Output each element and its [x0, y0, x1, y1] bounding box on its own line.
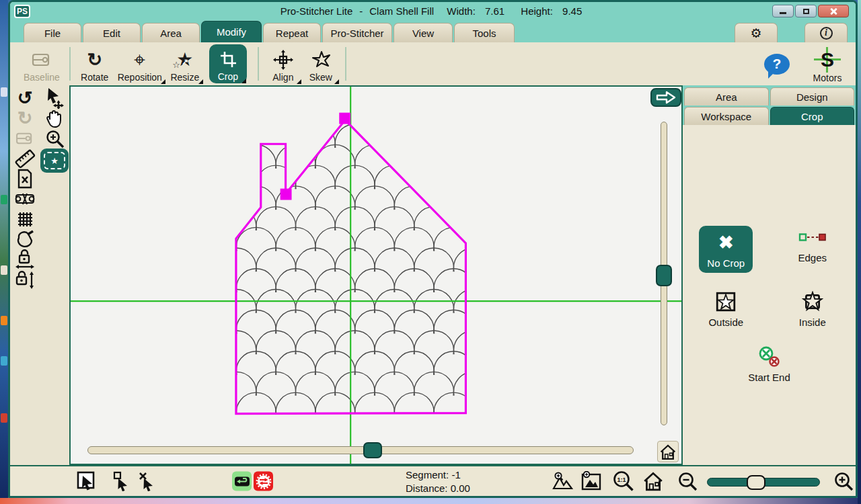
start-end-icon [757, 345, 781, 368]
delete-design-button[interactable] [11, 169, 38, 189]
horizontal-pan-track[interactable] [87, 446, 634, 454]
canvas-home-button[interactable] [657, 441, 679, 462]
select-region-button[interactable]: ★ [40, 149, 69, 173]
motors-icon: S [814, 47, 841, 73]
titlebar[interactable]: PS Pro-Stitcher Lite-Clam Shell Fill Wid… [10, 2, 856, 20]
hand-icon [46, 108, 63, 128]
maximize-button[interactable] [795, 5, 817, 17]
zoom-image-button[interactable] [581, 471, 602, 491]
baseline-button[interactable]: Baseline [20, 44, 64, 84]
tab-workspace-panel[interactable]: Workspace [684, 107, 769, 125]
dropdown-corner-icon [334, 79, 339, 84]
reposition-button[interactable]: ⌖ Reposition [114, 44, 166, 84]
motors-button[interactable]: S Motors [809, 44, 846, 83]
horizontal-pan-slider[interactable] [87, 442, 634, 458]
no-crop-icon: ✖ [718, 231, 734, 254]
skew-button[interactable]: Skew [302, 44, 340, 84]
inside-icon [802, 290, 823, 313]
deselect-button[interactable] [138, 471, 157, 491]
redo-icon: ↻ [17, 110, 33, 128]
rotate-icon: ↻ [87, 48, 102, 71]
desktop-edge-bottom [0, 498, 861, 504]
crop-start-end-button[interactable]: Start End [748, 345, 790, 383]
zoom-tool-button[interactable] [41, 128, 68, 149]
lock-width-button[interactable] [11, 249, 38, 269]
vertical-pan-thumb[interactable] [656, 265, 672, 286]
help-button[interactable]: ? [764, 54, 790, 75]
tab-edit[interactable]: Edit [83, 23, 141, 42]
tab-info[interactable]: i [804, 23, 848, 42]
design-canvas[interactable] [69, 85, 683, 465]
left-tool-strip: ↺ ↻ [10, 85, 69, 465]
redo-button[interactable]: ↻ [11, 108, 38, 128]
tab-pro-stitcher[interactable]: Pro-Stitcher [322, 23, 392, 42]
menu-tab-bar: File Edit Area Modify Repeat Pro-Stitche… [10, 20, 856, 42]
tab-area[interactable]: Area [142, 23, 200, 42]
undo-button[interactable]: ↺ [11, 88, 38, 108]
no-crop-button[interactable]: ✖ No Crop [699, 226, 753, 273]
stitch-icon [232, 472, 252, 491]
gear-icon: ⚙ [750, 26, 761, 41]
zoom-slider-thumb[interactable] [747, 475, 765, 490]
deselect-icon [138, 471, 157, 491]
pan-button[interactable] [41, 108, 68, 128]
dropdown-corner-icon [161, 79, 165, 84]
minimize-icon [780, 12, 786, 14]
distance-value: 0.00 [451, 482, 470, 494]
regulation-icon [254, 472, 273, 491]
resize-button[interactable]: ★↗☆ Resize [166, 44, 204, 84]
tab-area-panel[interactable]: Area [684, 87, 769, 106]
align-button[interactable]: Align [264, 44, 302, 84]
home-view-button[interactable] [642, 471, 664, 491]
zoom-in-button[interactable] [833, 471, 854, 491]
select-move-button[interactable] [41, 88, 68, 108]
rotate-button[interactable]: ↻ Rotate [76, 44, 114, 84]
zoom-design-button[interactable] [552, 471, 574, 491]
sweep-button[interactable] [11, 229, 38, 249]
dropdown-corner-icon [297, 79, 301, 84]
crop-button[interactable]: Crop [209, 44, 247, 83]
home-icon [642, 471, 664, 491]
home-icon [659, 444, 677, 460]
tab-tools[interactable]: Tools [454, 23, 515, 42]
tab-design-panel[interactable]: Design [770, 87, 855, 106]
tab-modify[interactable]: Modify [201, 21, 262, 42]
zoom-design-icon [552, 471, 574, 491]
desktop-icon [1, 87, 7, 97]
panel-collapse-button[interactable] [650, 88, 681, 107]
zoom-slider[interactable] [707, 478, 820, 487]
tab-crop-panel[interactable]: Crop [770, 107, 855, 125]
crop-icon [219, 48, 237, 71]
regulation-button[interactable] [254, 472, 273, 491]
zoom-image-icon [581, 471, 602, 491]
minimize-button[interactable] [772, 5, 794, 17]
segment-value: -1 [451, 469, 460, 480]
tab-settings[interactable]: ⚙ [735, 23, 778, 42]
edges-icon [798, 226, 827, 249]
clamshell-design[interactable] [71, 87, 681, 464]
zoom-out-button[interactable] [677, 471, 698, 491]
cut-stitch-button[interactable] [11, 189, 38, 209]
tab-view[interactable]: View [394, 23, 453, 42]
stitch-mode-button[interactable] [232, 472, 252, 491]
ruler-icon [14, 148, 36, 169]
tab-file[interactable]: File [24, 23, 81, 42]
crop-inside-button[interactable]: Inside [799, 290, 826, 328]
vertical-pan-slider[interactable] [656, 122, 672, 425]
desktop-edge-left [0, 0, 8, 504]
measure-button[interactable] [11, 149, 38, 169]
right-panel: Area Design Workspace Crop ✖ No Crop Edg… [683, 85, 856, 465]
zoom-one-to-one-button[interactable]: 1:1 [613, 470, 634, 492]
grid-button[interactable] [11, 209, 38, 229]
crop-edges-button[interactable]: Edges [798, 226, 827, 273]
baseline-side-button[interactable] [11, 128, 38, 149]
status-bar: Segment: -1 Distance: 0.00 1:1 [10, 465, 856, 496]
horizontal-pan-thumb[interactable] [363, 442, 382, 458]
select-arrow-button[interactable] [77, 471, 97, 491]
tab-repeat[interactable]: Repeat [263, 23, 321, 42]
crop-outside-button[interactable]: Outside [708, 290, 743, 328]
undo-icon: ↺ [17, 89, 33, 108]
lock-height-button[interactable] [11, 269, 38, 290]
close-button[interactable] [818, 5, 849, 17]
select-point-button[interactable] [112, 471, 131, 491]
